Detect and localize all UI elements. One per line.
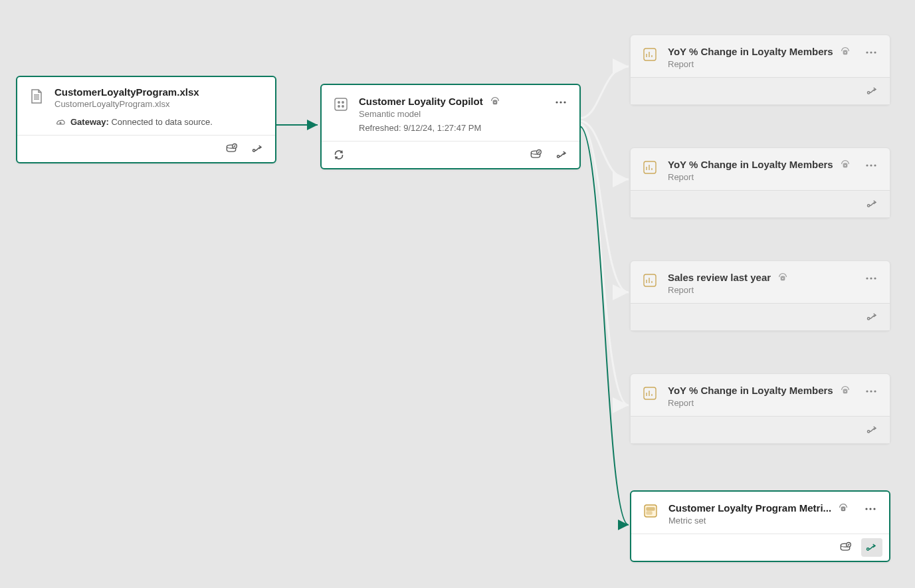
node-title: Customer Loyality Copilot: [359, 96, 483, 107]
show-lineage-icon[interactable]: [247, 140, 268, 158]
refresh-icon[interactable]: [328, 146, 350, 164]
svg-point-46: [870, 277, 872, 279]
svg-rect-19: [644, 49, 656, 60]
lineage-node-report[interactable]: YoY % Change in Loyalty Members Report: [630, 35, 890, 105]
lock-icon: [776, 270, 789, 284]
more-options-button[interactable]: [863, 157, 879, 173]
lineage-node-semantic-model[interactable]: Customer Loyality Copilot Semantic model…: [320, 84, 581, 169]
svg-point-35: [866, 164, 868, 166]
node-subtitle: Report: [668, 59, 854, 69]
svg-point-56: [870, 390, 872, 392]
node-title: YoY % Change in Loyalty Members: [668, 159, 833, 170]
lock-icon: [839, 157, 852, 171]
node-subtitle: CustomerLoyaltyProgram.xlsx: [54, 99, 264, 109]
lineage-node-report[interactable]: YoY % Change in Loyalty Members Report: [630, 373, 890, 444]
node-subtitle: Report: [668, 398, 854, 408]
report-icon: [641, 46, 659, 63]
node-subtitle: Semantic model: [359, 109, 544, 119]
node-subtitle: Report: [668, 172, 854, 182]
svg-point-38: [868, 205, 870, 207]
metric-set-icon: [642, 502, 659, 520]
svg-point-37: [874, 164, 876, 166]
svg-point-10: [342, 106, 344, 107]
refreshed-text: Refreshed: 9/12/24, 1:27:47 PM: [359, 123, 544, 133]
svg-point-15: [563, 101, 565, 103]
svg-point-57: [874, 390, 876, 392]
show-lineage-icon[interactable]: [862, 195, 883, 213]
more-options-button[interactable]: [863, 45, 879, 60]
svg-rect-39: [644, 274, 656, 286]
svg-point-47: [874, 277, 876, 279]
svg-rect-49: [644, 387, 656, 399]
lineage-node-metric-set[interactable]: Customer Loyalty Program Metri... Metric…: [630, 490, 890, 562]
node-title: Sales review last year: [668, 272, 771, 283]
report-icon: [641, 385, 659, 402]
semantic-model-icon: [332, 96, 350, 113]
lineage-node-file[interactable]: CustomerLoyaltyProgram.xlsx CustomerLoya…: [16, 76, 276, 163]
node-title: YoY % Change in Loyalty Members: [668, 46, 833, 57]
svg-rect-29: [644, 161, 656, 173]
node-title: Customer Loyalty Program Metri...: [668, 502, 831, 514]
more-options-button[interactable]: [553, 94, 569, 110]
svg-point-14: [559, 101, 561, 103]
svg-point-45: [866, 277, 868, 279]
lock-icon: [839, 45, 852, 58]
svg-point-26: [870, 51, 872, 53]
lineage-node-report[interactable]: YoY % Change in Loyalty Members Report: [630, 147, 890, 218]
svg-rect-59: [645, 505, 657, 517]
svg-point-5: [253, 149, 255, 151]
impact-analysis-icon[interactable]: [525, 146, 546, 164]
svg-rect-6: [335, 98, 347, 110]
node-subtitle: Report: [668, 285, 854, 295]
svg-point-58: [868, 431, 870, 433]
show-lineage-icon[interactable]: [862, 308, 883, 326]
more-options-button[interactable]: [863, 383, 879, 399]
svg-rect-61: [647, 512, 652, 514]
more-options-button[interactable]: [863, 501, 878, 517]
file-icon: [28, 88, 45, 105]
impact-analysis-icon[interactable]: [835, 538, 856, 557]
node-title: CustomerLoyaltyProgram.xlsx: [54, 86, 199, 98]
svg-point-18: [558, 155, 559, 157]
report-icon: [641, 272, 659, 289]
svg-rect-60: [647, 508, 655, 510]
node-title: YoY % Change in Loyalty Members: [668, 385, 833, 396]
lineage-node-report[interactable]: Sales review last year Report: [630, 260, 890, 331]
svg-point-69: [867, 548, 869, 550]
report-icon: [641, 159, 659, 176]
show-lineage-icon[interactable]: [862, 421, 883, 439]
svg-point-36: [870, 164, 872, 166]
svg-point-65: [869, 508, 871, 510]
svg-point-64: [865, 508, 867, 510]
svg-point-25: [866, 51, 868, 53]
gateway-status: Gateway: Connected to data source.: [54, 117, 264, 127]
svg-point-48: [868, 318, 870, 320]
show-lineage-icon[interactable]: [862, 82, 883, 100]
show-lineage-icon[interactable]: [552, 146, 573, 164]
lock-icon: [839, 383, 852, 397]
svg-point-28: [868, 92, 870, 94]
svg-point-9: [338, 106, 340, 107]
show-lineage-icon[interactable]: [861, 538, 882, 557]
svg-point-27: [874, 51, 876, 53]
svg-point-13: [556, 101, 558, 103]
svg-point-8: [342, 102, 344, 103]
impact-analysis-icon[interactable]: [221, 140, 242, 158]
lock-icon: [837, 501, 850, 514]
node-subtitle: Metric set: [668, 516, 853, 526]
svg-point-55: [866, 390, 868, 392]
more-options-button[interactable]: [863, 270, 879, 286]
svg-point-66: [873, 508, 875, 510]
lock-icon: [488, 94, 502, 108]
svg-point-7: [338, 102, 340, 103]
